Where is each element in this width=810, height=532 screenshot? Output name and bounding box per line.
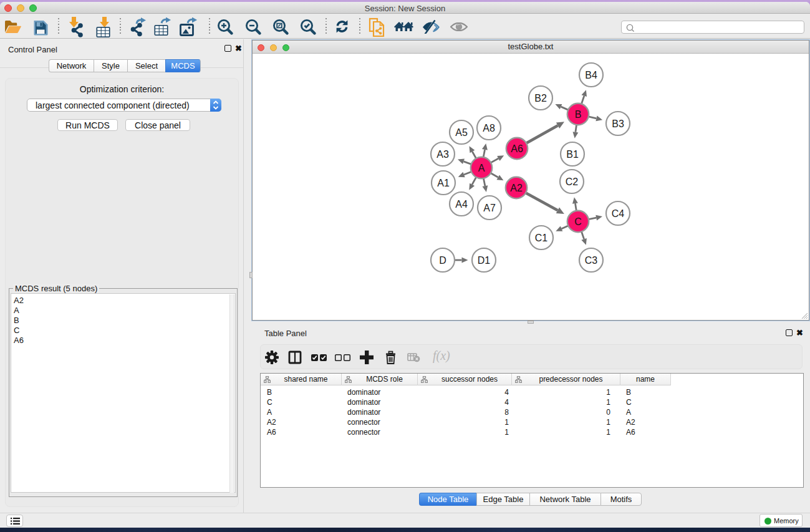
svg-text:B4: B4 (585, 70, 597, 80)
svg-text:B1: B1 (566, 149, 579, 160)
svg-text:C2: C2 (566, 177, 579, 187)
svg-text:A: A (478, 163, 485, 173)
svg-text:A7: A7 (483, 203, 496, 213)
svg-text:D: D (439, 255, 446, 266)
svg-text:C: C (574, 216, 582, 227)
svg-text:B2: B2 (534, 93, 547, 104)
svg-text:C1: C1 (535, 233, 548, 243)
svg-text:A6: A6 (511, 143, 523, 154)
svg-text:A1: A1 (437, 178, 450, 188)
svg-text:B: B (575, 109, 582, 120)
svg-text:C4: C4 (612, 208, 625, 219)
svg-text:A2: A2 (510, 183, 523, 193)
svg-text:A3: A3 (436, 149, 449, 160)
svg-text:C3: C3 (585, 255, 598, 266)
svg-text:A5: A5 (455, 127, 468, 138)
svg-text:A4: A4 (455, 199, 468, 210)
svg-text:D1: D1 (478, 255, 491, 266)
svg-text:B3: B3 (612, 118, 624, 129)
svg-text:A8: A8 (483, 123, 495, 133)
